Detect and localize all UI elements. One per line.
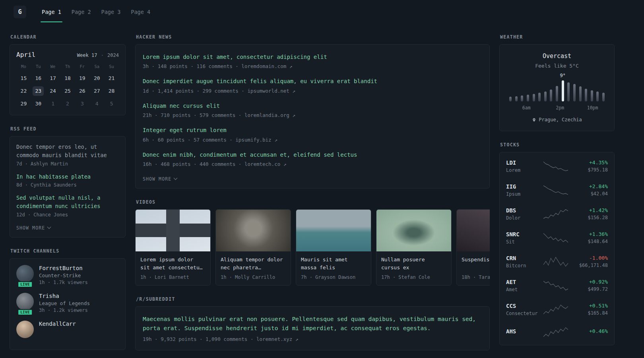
weather-bar xyxy=(591,90,593,101)
hn-meta: 16h · 468 points · 440 comments · loremt… xyxy=(143,161,482,167)
hn-domain-link[interactable]: loremtech.co ↗ xyxy=(244,161,286,167)
rss-item: Sed volutpat nulla nisl, a condimentum n… xyxy=(16,194,119,218)
subreddit-widget: /R/SUBREDDIT Maecenas mollis pulvinar er… xyxy=(135,296,490,350)
rss-show-more-button[interactable]: SHOW MORE xyxy=(16,225,50,231)
video-title[interactable]: Nullam posuere cursus ex xyxy=(376,251,451,272)
hn-domain-link[interactable]: ipsumworld.net ↗ xyxy=(247,88,295,94)
rss-headline-link[interactable]: Sed volutpat nulla nisl, a condimentum n… xyxy=(16,194,119,211)
video-card[interactable]: Nullam posuere cursus ex 17h · Stefan Co… xyxy=(376,209,452,286)
rss-headline-link[interactable]: In hac habitasse platea xyxy=(16,173,119,181)
video-title[interactable]: Lorem ipsum dolor sit amet consectetu… xyxy=(136,251,210,272)
hn-item: Aliquam nec cursus elit 21h · 710 points… xyxy=(143,101,482,118)
hn-domain-link[interactable]: loremlandia.org ↗ xyxy=(244,112,295,118)
stock-row[interactable]: LDILorem +4.35%$795.18 xyxy=(506,154,608,178)
stock-row[interactable]: SNRCSit +1.36%$148.64 xyxy=(506,226,608,250)
stock-symbol: CRN xyxy=(506,255,541,261)
hn-item: Donec enim nibh, condimentum et accumsan… xyxy=(143,150,482,167)
hn-meta-text: 1d · 1,414 points · 299 comments · xyxy=(143,88,244,94)
stock-symbol: AHS xyxy=(506,328,541,335)
twitch-channel[interactable]: KendallCarr xyxy=(16,321,119,338)
video-thumbnail[interactable] xyxy=(216,210,291,251)
calendar-month: April xyxy=(16,51,35,58)
stock-row[interactable]: AHS +0.46% xyxy=(506,321,608,343)
live-badge: LIVE xyxy=(17,281,33,288)
calendar-day: 2 xyxy=(62,99,73,109)
video-title[interactable]: Suspendisse diam xyxy=(457,251,490,272)
video-thumbnail[interactable] xyxy=(376,210,451,251)
tab-page-3[interactable]: Page 3 xyxy=(96,0,126,24)
video-thumbnail[interactable] xyxy=(296,210,371,251)
hn-meta: 6h · 60 points · 57 comments · ipsumify.… xyxy=(143,137,482,143)
hn-title-link[interactable]: Lorem ipsum dolor sit amet, consectetur … xyxy=(143,53,482,61)
video-thumbnail[interactable] xyxy=(136,210,210,251)
stock-symbol: DBS xyxy=(506,207,541,214)
stock-name: Consectetur xyxy=(506,311,541,316)
calendar-day: 15 xyxy=(18,74,29,83)
video-thumbnail[interactable] xyxy=(457,210,490,251)
video-meta: 7h · Grayson Dawson xyxy=(296,272,371,285)
hn-title-link[interactable]: Aliquam nec cursus elit xyxy=(143,101,482,110)
tab-page-1[interactable]: Page 1 xyxy=(37,0,66,24)
video-card[interactable]: Suspendisse diam 18h · Tara xyxy=(456,209,490,286)
stock-row[interactable]: DBSDolor +1.42%$156.28 xyxy=(506,202,608,226)
weather-location-row: Prague, Czechia xyxy=(532,117,582,123)
weather-widget: WEATHER Overcast Feels like 5°C 9° 6am 2… xyxy=(499,34,615,131)
tab-page-4[interactable]: Page 4 xyxy=(126,0,155,24)
weekday-label: Th xyxy=(60,64,75,69)
video-meta: 1h · Molly Carrillo xyxy=(216,272,291,285)
video-card[interactable]: Mauris sit amet massa felis 7h · Grayson… xyxy=(296,209,371,286)
avatar-image xyxy=(16,265,34,282)
calendar-day: 16 xyxy=(33,74,44,83)
channel-name[interactable]: Trisha xyxy=(39,293,90,299)
stock-row[interactable]: CRNBitcorn -1.00%$66,171.48 xyxy=(506,250,608,274)
stock-price: $165.84 xyxy=(570,310,608,316)
subreddit-domain-link[interactable]: loremnet.xyz ↗ xyxy=(256,336,298,342)
weather-time: 2pm xyxy=(556,105,564,111)
weekday-label: Su xyxy=(104,64,119,69)
subreddit-post-link[interactable]: Maecenas mollis pulvinar erat non posuer… xyxy=(143,315,482,333)
calendar-week-year: Week 17 · 2024 xyxy=(77,53,119,58)
twitch-channel[interactable]: LIVE Trisha League of Legends 3h · 1.2k … xyxy=(16,293,119,313)
weather-section-title: WEATHER xyxy=(500,34,615,40)
stock-sparkline xyxy=(543,161,568,172)
stocks-card: LDILorem +4.35%$795.18 IIGIpsum +2.84%$4… xyxy=(499,152,615,345)
stock-name: Bitcorn xyxy=(506,263,541,268)
subreddit-post: Maecenas mollis pulvinar erat non posuer… xyxy=(143,315,482,342)
tab-page-2[interactable]: Page 2 xyxy=(66,0,96,24)
video-title[interactable]: Mauris sit amet massa felis xyxy=(296,251,371,272)
calendar-header: April Week 17 · 2024 xyxy=(16,51,119,58)
twitch-channel[interactable]: LIVE ForrestBurton Counter-Strike 1h · 1… xyxy=(16,265,119,285)
calendar-day: 25 xyxy=(62,86,73,96)
video-card[interactable]: Lorem ipsum dolor sit amet consectetu… 1… xyxy=(135,209,211,286)
app-logo[interactable]: G xyxy=(14,6,26,18)
weekday-label: Mo xyxy=(16,64,31,69)
video-title[interactable]: Aliquam tempor dolor nec pharetra… xyxy=(216,251,291,272)
calendar-widget: CALENDAR April Week 17 · 2024 Mo Tu We T… xyxy=(10,34,126,115)
video-card[interactable]: Aliquam tempor dolor nec pharetra… 1h · … xyxy=(215,209,291,286)
calendar-day: 30 xyxy=(33,99,44,109)
rss-headline-link[interactable]: Donec tempor eros leo, ut commodo mauris… xyxy=(16,143,119,160)
calendar-weekday-row: Mo Tu We Th Fr Sa Su xyxy=(16,64,119,69)
weather-bar xyxy=(602,93,605,101)
hn-title-link[interactable]: Donec imperdiet augue tincidunt felis al… xyxy=(143,77,482,86)
hn-domain-link[interactable]: ipsumify.biz ↗ xyxy=(235,137,277,143)
calendar-day: 26 xyxy=(77,86,88,96)
stock-row[interactable]: CCSConsectetur +0.51%$165.84 xyxy=(506,298,608,321)
weather-bar xyxy=(556,86,558,101)
channel-info: Trisha League of Legends 3h · 1.2k viewe… xyxy=(39,293,90,313)
stock-change: +2.84% xyxy=(570,183,608,189)
channel-name[interactable]: ForrestBurton xyxy=(39,265,88,271)
weather-bar xyxy=(544,91,547,101)
stock-row[interactable]: AETAmet +0.92%$499.72 xyxy=(506,274,608,298)
calendar-day: 28 xyxy=(106,86,117,96)
stock-row[interactable]: IIGIpsum +2.84%$42.04 xyxy=(506,178,608,202)
hn-domain-link[interactable]: loremdomain.com ↗ xyxy=(241,63,292,69)
calendar-day: 18 xyxy=(62,74,73,83)
hn-title-link[interactable]: Integer eget rutrum lorem xyxy=(143,126,482,134)
hn-meta-text: 21h · 710 points · 579 comments · xyxy=(143,112,241,118)
channel-name[interactable]: KendallCarr xyxy=(39,321,76,327)
weather-current-temp: 9° xyxy=(560,73,565,78)
hn-meta: 21h · 710 points · 579 comments · loreml… xyxy=(143,112,482,118)
hn-title-link[interactable]: Donec enim nibh, condimentum et accumsan… xyxy=(143,150,482,159)
hn-show-more-button[interactable]: SHOW MORE xyxy=(143,176,177,182)
